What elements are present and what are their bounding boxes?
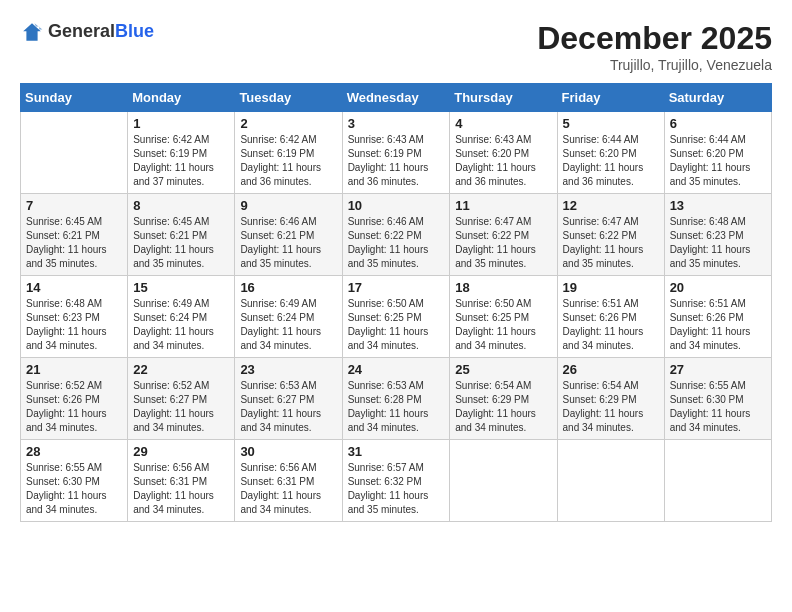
- day-info: Sunrise: 6:52 AMSunset: 6:26 PMDaylight:…: [26, 379, 122, 435]
- weekday-header: Sunday: [21, 84, 128, 112]
- day-number: 13: [670, 198, 766, 213]
- calendar-day-cell: 30Sunrise: 6:56 AMSunset: 6:31 PMDayligh…: [235, 440, 342, 522]
- calendar-day-cell: 5Sunrise: 6:44 AMSunset: 6:20 PMDaylight…: [557, 112, 664, 194]
- calendar-table: SundayMondayTuesdayWednesdayThursdayFrid…: [20, 83, 772, 522]
- day-number: 3: [348, 116, 445, 131]
- calendar-day-cell: 15Sunrise: 6:49 AMSunset: 6:24 PMDayligh…: [128, 276, 235, 358]
- calendar-day-cell: [664, 440, 771, 522]
- page-header: General Blue December 2025 Trujillo, Tru…: [20, 20, 772, 73]
- day-number: 4: [455, 116, 551, 131]
- day-number: 27: [670, 362, 766, 377]
- day-info: Sunrise: 6:55 AMSunset: 6:30 PMDaylight:…: [26, 461, 122, 517]
- day-number: 24: [348, 362, 445, 377]
- day-number: 31: [348, 444, 445, 459]
- day-info: Sunrise: 6:44 AMSunset: 6:20 PMDaylight:…: [563, 133, 659, 189]
- calendar-week-row: 21Sunrise: 6:52 AMSunset: 6:26 PMDayligh…: [21, 358, 772, 440]
- day-number: 10: [348, 198, 445, 213]
- calendar-day-cell: 9Sunrise: 6:46 AMSunset: 6:21 PMDaylight…: [235, 194, 342, 276]
- calendar-week-row: 1Sunrise: 6:42 AMSunset: 6:19 PMDaylight…: [21, 112, 772, 194]
- day-info: Sunrise: 6:53 AMSunset: 6:28 PMDaylight:…: [348, 379, 445, 435]
- day-number: 22: [133, 362, 229, 377]
- day-info: Sunrise: 6:54 AMSunset: 6:29 PMDaylight:…: [455, 379, 551, 435]
- weekday-header: Friday: [557, 84, 664, 112]
- calendar-day-cell: 8Sunrise: 6:45 AMSunset: 6:21 PMDaylight…: [128, 194, 235, 276]
- day-number: 7: [26, 198, 122, 213]
- logo-general-text: General: [48, 22, 115, 42]
- calendar-day-cell: 21Sunrise: 6:52 AMSunset: 6:26 PMDayligh…: [21, 358, 128, 440]
- day-number: 29: [133, 444, 229, 459]
- calendar-day-cell: 29Sunrise: 6:56 AMSunset: 6:31 PMDayligh…: [128, 440, 235, 522]
- weekday-header: Wednesday: [342, 84, 450, 112]
- day-number: 12: [563, 198, 659, 213]
- day-number: 28: [26, 444, 122, 459]
- day-number: 30: [240, 444, 336, 459]
- calendar-day-cell: 2Sunrise: 6:42 AMSunset: 6:19 PMDaylight…: [235, 112, 342, 194]
- day-number: 8: [133, 198, 229, 213]
- day-number: 6: [670, 116, 766, 131]
- day-number: 2: [240, 116, 336, 131]
- day-info: Sunrise: 6:54 AMSunset: 6:29 PMDaylight:…: [563, 379, 659, 435]
- calendar-day-cell: 26Sunrise: 6:54 AMSunset: 6:29 PMDayligh…: [557, 358, 664, 440]
- calendar-day-cell: 4Sunrise: 6:43 AMSunset: 6:20 PMDaylight…: [450, 112, 557, 194]
- logo: General Blue: [20, 20, 154, 44]
- day-info: Sunrise: 6:51 AMSunset: 6:26 PMDaylight:…: [670, 297, 766, 353]
- day-info: Sunrise: 6:42 AMSunset: 6:19 PMDaylight:…: [240, 133, 336, 189]
- calendar-day-cell: 31Sunrise: 6:57 AMSunset: 6:32 PMDayligh…: [342, 440, 450, 522]
- calendar-week-row: 28Sunrise: 6:55 AMSunset: 6:30 PMDayligh…: [21, 440, 772, 522]
- day-info: Sunrise: 6:53 AMSunset: 6:27 PMDaylight:…: [240, 379, 336, 435]
- day-number: 15: [133, 280, 229, 295]
- day-info: Sunrise: 6:43 AMSunset: 6:20 PMDaylight:…: [455, 133, 551, 189]
- weekday-header: Tuesday: [235, 84, 342, 112]
- day-number: 5: [563, 116, 659, 131]
- calendar-week-row: 7Sunrise: 6:45 AMSunset: 6:21 PMDaylight…: [21, 194, 772, 276]
- weekday-header-row: SundayMondayTuesdayWednesdayThursdayFrid…: [21, 84, 772, 112]
- calendar-day-cell: 19Sunrise: 6:51 AMSunset: 6:26 PMDayligh…: [557, 276, 664, 358]
- day-number: 17: [348, 280, 445, 295]
- day-number: 25: [455, 362, 551, 377]
- calendar-day-cell: 20Sunrise: 6:51 AMSunset: 6:26 PMDayligh…: [664, 276, 771, 358]
- calendar-week-row: 14Sunrise: 6:48 AMSunset: 6:23 PMDayligh…: [21, 276, 772, 358]
- day-info: Sunrise: 6:45 AMSunset: 6:21 PMDaylight:…: [26, 215, 122, 271]
- calendar-day-cell: [21, 112, 128, 194]
- calendar-day-cell: 12Sunrise: 6:47 AMSunset: 6:22 PMDayligh…: [557, 194, 664, 276]
- calendar-day-cell: 28Sunrise: 6:55 AMSunset: 6:30 PMDayligh…: [21, 440, 128, 522]
- day-number: 19: [563, 280, 659, 295]
- day-number: 18: [455, 280, 551, 295]
- day-number: 26: [563, 362, 659, 377]
- calendar-day-cell: 6Sunrise: 6:44 AMSunset: 6:20 PMDaylight…: [664, 112, 771, 194]
- calendar-day-cell: 27Sunrise: 6:55 AMSunset: 6:30 PMDayligh…: [664, 358, 771, 440]
- day-info: Sunrise: 6:50 AMSunset: 6:25 PMDaylight:…: [455, 297, 551, 353]
- day-info: Sunrise: 6:52 AMSunset: 6:27 PMDaylight:…: [133, 379, 229, 435]
- calendar-day-cell: 1Sunrise: 6:42 AMSunset: 6:19 PMDaylight…: [128, 112, 235, 194]
- day-info: Sunrise: 6:44 AMSunset: 6:20 PMDaylight:…: [670, 133, 766, 189]
- weekday-header: Thursday: [450, 84, 557, 112]
- day-info: Sunrise: 6:46 AMSunset: 6:22 PMDaylight:…: [348, 215, 445, 271]
- calendar-day-cell: 13Sunrise: 6:48 AMSunset: 6:23 PMDayligh…: [664, 194, 771, 276]
- day-number: 20: [670, 280, 766, 295]
- day-number: 16: [240, 280, 336, 295]
- calendar-day-cell: 17Sunrise: 6:50 AMSunset: 6:25 PMDayligh…: [342, 276, 450, 358]
- day-info: Sunrise: 6:57 AMSunset: 6:32 PMDaylight:…: [348, 461, 445, 517]
- day-number: 23: [240, 362, 336, 377]
- day-info: Sunrise: 6:46 AMSunset: 6:21 PMDaylight:…: [240, 215, 336, 271]
- day-info: Sunrise: 6:42 AMSunset: 6:19 PMDaylight:…: [133, 133, 229, 189]
- day-info: Sunrise: 6:43 AMSunset: 6:19 PMDaylight:…: [348, 133, 445, 189]
- day-info: Sunrise: 6:56 AMSunset: 6:31 PMDaylight:…: [240, 461, 336, 517]
- calendar-day-cell: 22Sunrise: 6:52 AMSunset: 6:27 PMDayligh…: [128, 358, 235, 440]
- day-info: Sunrise: 6:47 AMSunset: 6:22 PMDaylight:…: [563, 215, 659, 271]
- day-number: 11: [455, 198, 551, 213]
- day-info: Sunrise: 6:47 AMSunset: 6:22 PMDaylight:…: [455, 215, 551, 271]
- day-info: Sunrise: 6:48 AMSunset: 6:23 PMDaylight:…: [670, 215, 766, 271]
- month-title: December 2025: [537, 20, 772, 57]
- day-number: 14: [26, 280, 122, 295]
- day-info: Sunrise: 6:55 AMSunset: 6:30 PMDaylight:…: [670, 379, 766, 435]
- day-number: 21: [26, 362, 122, 377]
- calendar-day-cell: [557, 440, 664, 522]
- calendar-day-cell: 3Sunrise: 6:43 AMSunset: 6:19 PMDaylight…: [342, 112, 450, 194]
- calendar-day-cell: 7Sunrise: 6:45 AMSunset: 6:21 PMDaylight…: [21, 194, 128, 276]
- logo-blue-text: Blue: [115, 22, 154, 42]
- title-block: December 2025 Trujillo, Trujillo, Venezu…: [537, 20, 772, 73]
- calendar-day-cell: 11Sunrise: 6:47 AMSunset: 6:22 PMDayligh…: [450, 194, 557, 276]
- day-info: Sunrise: 6:48 AMSunset: 6:23 PMDaylight:…: [26, 297, 122, 353]
- day-info: Sunrise: 6:50 AMSunset: 6:25 PMDaylight:…: [348, 297, 445, 353]
